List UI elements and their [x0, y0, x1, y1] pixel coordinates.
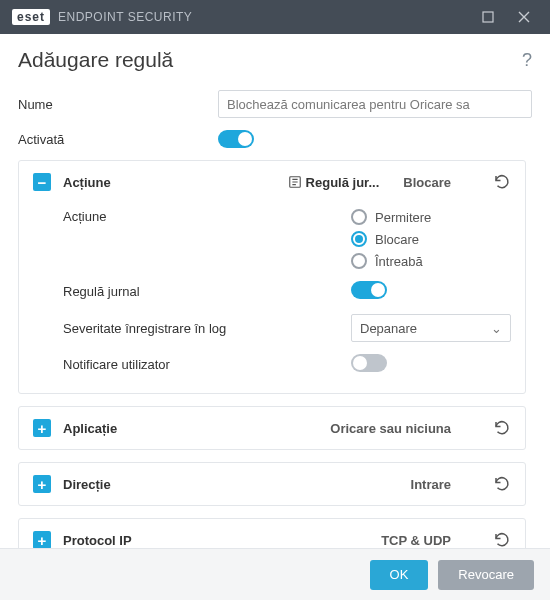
- ok-button[interactable]: OK: [370, 560, 429, 590]
- notify-toggle[interactable]: [351, 354, 387, 372]
- chevron-down-icon: ⌄: [491, 321, 502, 336]
- page-title: Adăugare regulă: [18, 48, 173, 72]
- expand-icon[interactable]: +: [33, 531, 51, 548]
- product-name: ENDPOINT SECURITY: [58, 10, 192, 24]
- radio-block[interactable]: Blocare: [351, 231, 511, 247]
- panel-protocol: + Protocol IP TCP & UDP: [18, 518, 526, 548]
- journal-chip[interactable]: Regulă jur...: [288, 175, 380, 190]
- radio-ask-label: Întreabă: [375, 254, 423, 269]
- panel-application-header[interactable]: + Aplicație Oricare sau niciuna: [19, 407, 525, 449]
- panel-protocol-summary: TCP & UDP: [381, 533, 451, 548]
- enabled-toggle[interactable]: [218, 130, 254, 148]
- panel-action: − Acțiune Regulă jur... Blocare Acțiune: [18, 160, 526, 394]
- panel-direction-summary: Intrare: [411, 477, 451, 492]
- enabled-label: Activată: [18, 132, 218, 147]
- maximize-button[interactable]: [470, 0, 506, 34]
- title-bar: eset ENDPOINT SECURITY: [0, 0, 550, 34]
- radio-icon: [351, 231, 367, 247]
- footer: OK Revocare: [0, 548, 550, 600]
- name-input[interactable]: [218, 90, 532, 118]
- reset-icon[interactable]: [493, 419, 511, 437]
- help-icon[interactable]: ?: [522, 50, 532, 71]
- panel-direction: + Direcție Intrare: [18, 462, 526, 506]
- reset-icon[interactable]: [493, 475, 511, 493]
- svg-rect-0: [483, 12, 493, 22]
- radio-allow-label: Permitere: [375, 210, 431, 225]
- panel-action-header[interactable]: − Acțiune Regulă jur... Blocare: [19, 161, 525, 203]
- cancel-button[interactable]: Revocare: [438, 560, 534, 590]
- collapse-icon[interactable]: −: [33, 173, 51, 191]
- panel-direction-header[interactable]: + Direcție Intrare: [19, 463, 525, 505]
- radio-icon: [351, 253, 367, 269]
- panel-direction-title: Direcție: [63, 477, 111, 492]
- panel-action-title: Acțiune: [63, 175, 111, 190]
- radio-allow[interactable]: Permitere: [351, 209, 511, 225]
- severity-select[interactable]: Depanare ⌄: [351, 314, 511, 342]
- name-label: Nume: [18, 97, 218, 112]
- journal-chip-label: Regulă jur...: [306, 175, 380, 190]
- panel-protocol-header[interactable]: + Protocol IP TCP & UDP: [19, 519, 525, 548]
- notify-label: Notificare utilizator: [63, 357, 351, 372]
- expand-icon[interactable]: +: [33, 475, 51, 493]
- reset-icon[interactable]: [493, 531, 511, 548]
- panel-action-summary: Blocare: [403, 175, 451, 190]
- panel-application-title: Aplicație: [63, 421, 117, 436]
- radio-ask[interactable]: Întreabă: [351, 253, 511, 269]
- brand-logo-text: eset: [12, 9, 50, 25]
- severity-value: Depanare: [360, 321, 417, 336]
- close-button[interactable]: [506, 0, 542, 34]
- journal-label: Regulă jurnal: [63, 284, 351, 299]
- severity-label: Severitate înregistrare în log: [63, 321, 351, 336]
- panels-scroll[interactable]: − Acțiune Regulă jur... Blocare Acțiune: [18, 160, 532, 548]
- reset-icon[interactable]: [493, 173, 511, 191]
- brand-logo: eset: [12, 9, 50, 25]
- panel-application-summary: Oricare sau niciuna: [330, 421, 451, 436]
- panel-application: + Aplicație Oricare sau niciuna: [18, 406, 526, 450]
- panel-protocol-title: Protocol IP: [63, 533, 132, 548]
- journal-toggle[interactable]: [351, 281, 387, 299]
- radio-block-label: Blocare: [375, 232, 419, 247]
- expand-icon[interactable]: +: [33, 419, 51, 437]
- action-radio-group: Permitere Blocare Întreabă: [351, 209, 511, 269]
- radio-icon: [351, 209, 367, 225]
- action-row-label: Acțiune: [63, 209, 351, 224]
